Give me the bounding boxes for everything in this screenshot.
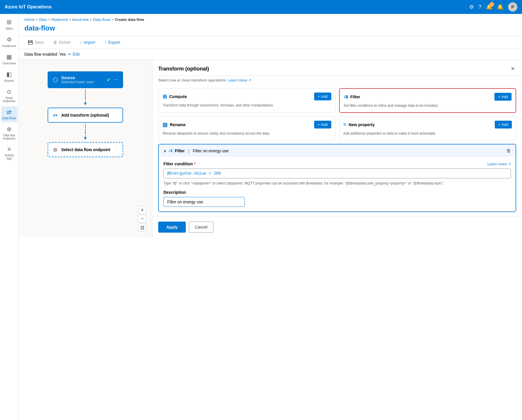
delete-button[interactable]: 🗑 Delete [50,38,74,46]
zoom-in-button[interactable]: + [138,206,146,214]
rename-card: ▤ Rename + Add Rename datapoints to ensu… [158,116,336,140]
save-button[interactable]: 💾 Save [24,38,47,46]
sidebar-item-label: Data flows [2,117,16,120]
breadcrumb-current: Create data flow [115,17,144,22]
sidebar-item-label: Instances [2,44,16,48]
breadcrumb-sites[interactable]: Sites [39,17,47,22]
filter-learn-more-link[interactable]: Learn more ↗ [487,162,511,166]
right-panel: Transform (optional) ✕ Select one or mor… [152,60,522,237]
breadcrumb-redmond[interactable]: Redmond [51,17,68,22]
breadcrumb-home[interactable]: Home [24,17,35,22]
source-node-subtitle: Selected Asset: oven [61,80,94,84]
endpoint-node-content: Select data flow endpoint [61,147,110,152]
endpoint-node-title: Select data flow endpoint [61,147,110,152]
source-node[interactable]: ⬡ Source Selected Asset: oven ⋯ ✔ [48,71,123,88]
sidebar-item-label: Overview [3,61,16,65]
assets-icon: ◧ [6,71,12,78]
import-button[interactable]: ↓ Import [76,38,99,46]
breadcrumb-data-flows[interactable]: Data flows [93,17,111,22]
arrow-icon-1: ▼ [83,101,88,106]
description-input[interactable] [163,197,245,207]
breadcrumb-donut-line[interactable]: donut-line [72,17,89,22]
bell-icon[interactable]: 🔔 [497,4,503,10]
connector-1: ▼ [83,89,88,106]
filter-card-header: ⇉ Filter + Add [344,93,512,101]
sidebar-item-data-flows[interactable]: ⇄ Data flows [1,106,17,122]
sidebar-item-assets[interactable]: ◧ Assets [1,68,17,85]
compute-card: ⊞ Compute + Add Transform data through c… [158,88,336,113]
plus-icon: + [318,94,320,99]
canvas-controls: + − ⊡ [138,206,146,231]
filter-card-desc: Set filter conditions to refine and mana… [344,103,512,108]
sidebar-item-asset-endpoints[interactable]: ⊙ Asset endpoints [1,86,17,105]
rename-card-desc: Rename datapoints to ensure clarity and … [163,131,331,136]
panel-subtitle: Select one or more transform operations.… [152,76,522,85]
overview-icon: ▦ [6,53,12,60]
instances-icon: ⚙ [7,36,12,43]
connector-2: ▼ [83,124,88,141]
new-property-card-header: ≡ New property + Add [343,121,512,128]
close-panel-button[interactable]: ✕ [510,64,516,73]
compute-icon: ⊞ [163,93,167,100]
sidebar-item-overview[interactable]: ▦ Overview [1,51,17,67]
source-node-title: Source [61,75,94,80]
source-node-menu[interactable]: ⋯ [114,77,118,82]
new-property-add-button[interactable]: + Add [495,121,512,128]
sidebar-item-activity-logs[interactable]: ≡ Activity logs [1,144,17,162]
new-property-icon: ≡ [343,122,347,128]
apply-button[interactable]: Apply [158,222,186,233]
fit-button[interactable]: ⊡ [138,223,146,231]
sidebar-item-instances[interactable]: ⚙ Instances [1,34,17,50]
new-property-card-desc: Add additional properties to data to mak… [343,131,512,136]
asset-endpoints-icon: ⊙ [7,88,12,95]
delete-icon: 🗑 [53,40,57,45]
filter-section-header[interactable]: ∨ ⇉ Filter | Filter on energy use 🗑 [159,144,516,157]
sidebar-item-label: Activity logs [2,154,16,160]
canvas-left: ⬡ Source Selected Asset: oven ⋯ ✔ ▼ [19,60,152,237]
settings-icon[interactable]: ⚙ [469,4,474,10]
connector-line-1 [85,89,86,98]
connector-line-2 [85,124,86,133]
filter-card: ⇉ Filter + Add Set filter conditions to … [339,88,516,113]
export-button[interactable]: ↑ Export [101,38,123,46]
zoom-out-button[interactable]: − [138,215,146,223]
main-layout: ⊞ Sites ⚙ Instances ▦ Overview ◧ Assets … [0,14,522,420]
endpoint-node[interactable]: ⊛ Select data flow endpoint [48,142,123,157]
sidebar-item-sites[interactable]: ⊞ Sites [1,16,17,32]
filter-condition-input[interactable] [163,169,511,178]
transform-node-content: Add transform (optional) [61,113,109,117]
sidebar-item-label: Assets [4,79,14,82]
sidebar-item-data-flow-endpoints[interactable]: ⊛ Data flow endpoints [1,123,17,142]
sidebar: ⊞ Sites ⚙ Instances ▦ Overview ◧ Assets … [0,14,19,420]
learn-more-link[interactable]: Learn more ↗ [228,78,251,82]
panel-title: Transform (optional) [158,66,209,72]
filter-hint: Type "@" or click "<datapoint>" to selec… [163,181,511,186]
rename-add-button[interactable]: + Add [314,121,331,128]
filter-section-icon: ⇉ [169,148,172,153]
import-icon: ↓ [80,40,82,45]
filter-condition-label: Filter condition * Learn more ↗ [163,162,511,166]
cancel-button[interactable]: Cancel [189,222,214,233]
arrow-icon-2: ▼ [83,136,88,141]
user-avatar[interactable]: P [508,2,517,12]
notification-badge: 1 [489,2,494,7]
compute-add-button[interactable]: + Add [314,93,331,100]
transform-node-title: Add transform (optional) [61,113,109,117]
content-area: Home > Sites > Redmond > donut-line > Da… [19,14,522,420]
edit-button[interactable]: ✏ Edit [68,52,80,57]
compute-card-desc: Transform data through conversions, form… [163,103,331,108]
description-label: Description [163,190,511,195]
data-flow-status: Data flow enabled: Yes [24,52,66,57]
transform-node[interactable]: ⇔ Add transform (optional) [48,108,123,123]
source-node-content: Source Selected Asset: oven [61,75,94,84]
sidebar-item-label: Asset endpoints [2,96,16,103]
export-icon: ↑ [105,40,107,45]
transform-grid: ⊞ Compute + Add Transform data through c… [152,85,522,144]
panel-header: Transform (optional) ✕ [152,60,522,76]
edit-icon: ✏ [68,52,71,57]
filter-add-button[interactable]: + Add [494,93,512,101]
filter-delete-button[interactable]: 🗑 [506,148,511,153]
notifications-icon[interactable]: 🔔 1 [486,4,492,10]
plus-icon: + [318,122,320,127]
help-icon[interactable]: ? [478,4,481,10]
